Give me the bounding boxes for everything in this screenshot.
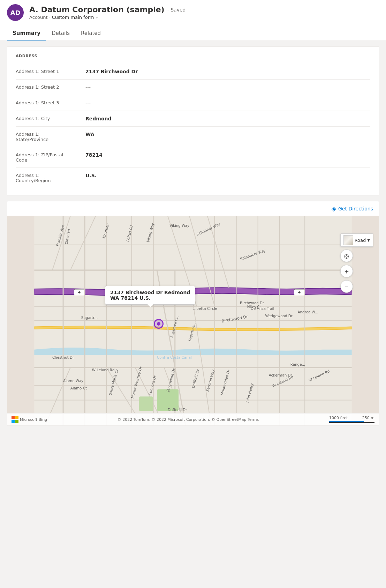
address-label-street1: Address 1: Street 1 — [16, 69, 85, 74]
svg-text:Birchwood Dr: Birchwood Dr — [240, 301, 264, 305]
svg-text:4: 4 — [78, 290, 81, 294]
scale-bar: 1000 feet 250 m — [329, 416, 374, 423]
map-tooltip: 2137 Birchwood Dr Redmond WA 78214 U.S. — [105, 286, 195, 305]
svg-text:Alamo Ct: Alamo Ct — [70, 386, 87, 390]
address-label-city: Address 1: City — [16, 116, 85, 121]
svg-rect-25 — [139, 396, 153, 411]
tab-related[interactable]: Related — [75, 27, 106, 40]
address-value-country: U.S. — [85, 173, 370, 178]
map-type-icon — [343, 235, 353, 245]
zoom-in-button[interactable]: ＋ — [340, 265, 353, 277]
svg-text:Wedgewood Dr: Wedgewood Dr — [265, 314, 293, 318]
scale-1000ft: 1000 feet — [329, 416, 348, 420]
svg-text:De Anza Trail: De Anza Trail — [251, 306, 274, 311]
address-row-street2: Address 1: Street 2 --- — [16, 80, 370, 95]
get-directions-label: Get Directions — [338, 206, 373, 211]
address-label-state: Address 1:State/Province — [16, 132, 85, 142]
map-container[interactable]: 4 4 — [7, 216, 379, 425]
section-title-address: ADDRESS — [16, 54, 370, 58]
road-chevron-icon: ▼ — [367, 238, 370, 242]
locate-icon: ◎ — [344, 253, 349, 259]
address-row-country: Address 1:Country/Region U.S. — [16, 168, 370, 188]
map-type-selector[interactable]: Road ▼ — [340, 233, 373, 247]
header: AD A. Datum Corporation (sample) - Saved… — [0, 0, 386, 41]
directions-icon: ◈ — [331, 205, 336, 212]
zoom-in-icon: ＋ — [343, 267, 350, 276]
tab-details[interactable]: Details — [46, 27, 75, 40]
locate-button[interactable]: ◎ — [340, 250, 353, 262]
tooltip-address-line1: 2137 Birchwood Dr Redmond — [110, 290, 190, 295]
address-row-zip: Address 1: ZIP/PostalCode 78214 — [16, 147, 370, 168]
address-value-state: WA — [85, 132, 370, 137]
svg-text:Alamo Way: Alamo Way — [63, 379, 83, 383]
zoom-out-icon: － — [343, 282, 350, 291]
bing-label: Microsoft Bing — [20, 417, 47, 422]
svg-text:4: 4 — [298, 290, 301, 294]
address-row-state: Address 1:State/Province WA — [16, 127, 370, 147]
address-label-country: Address 1:Country/Region — [16, 173, 85, 183]
svg-rect-64 — [12, 420, 15, 423]
address-value-street3: --- — [85, 100, 370, 106]
address-value-zip: 78214 — [85, 152, 370, 158]
avatar: AD — [7, 4, 24, 21]
get-directions-button[interactable]: ◈ Get Directions — [331, 205, 373, 212]
svg-text:Contra Costa Canal: Contra Costa Canal — [157, 355, 192, 359]
pin-outer — [154, 319, 164, 329]
scale-250m: 250 m — [362, 416, 374, 420]
svg-text:Daffodil Dr: Daffodil Dr — [168, 408, 187, 412]
zoom-out-button[interactable]: － — [340, 280, 353, 293]
road-label: Road — [355, 238, 366, 243]
address-row-street1: Address 1: Street 1 2137 Birchwood Dr — [16, 64, 370, 80]
breadcrumb-form[interactable]: Custom main form ⌄ — [52, 15, 99, 20]
address-row-city: Address 1: City Redmond — [16, 111, 370, 127]
tooltip-address-line2: WA 78214 U.S. — [110, 295, 151, 301]
map-toolbar: ◈ Get Directions — [7, 201, 379, 216]
svg-text:W Leland Rd: W Leland Rd — [92, 368, 115, 372]
saved-status: - Saved — [167, 7, 186, 13]
svg-rect-62 — [12, 416, 15, 419]
svg-rect-63 — [15, 416, 18, 419]
breadcrumb-account[interactable]: Account — [29, 15, 48, 20]
svg-text:Sugartr...: Sugartr... — [81, 315, 98, 320]
pin-inner — [157, 322, 160, 326]
svg-text:Andrea W...: Andrea W... — [298, 310, 318, 314]
address-value-street2: --- — [85, 84, 370, 90]
bing-squares — [12, 416, 18, 423]
scale-line-feet — [329, 421, 364, 422]
map-controls: Road ▼ ◎ ＋ － — [340, 233, 373, 293]
breadcrumb: Account · Custom main form ⌄ — [29, 15, 186, 20]
svg-rect-65 — [15, 420, 18, 423]
scale-lines — [329, 421, 374, 423]
address-label-street2: Address 1: Street 2 — [16, 84, 85, 90]
map-footer: Microsoft Bing © 2022 TomTom, © 2022 Mic… — [7, 413, 379, 425]
address-value-city: Redmond — [85, 116, 370, 121]
svg-text:Viking Way: Viking Way — [169, 223, 189, 228]
main-content: ADDRESS Address 1: Street 1 2137 Birchwo… — [0, 41, 386, 431]
svg-text:...petta Circle: ...petta Circle — [193, 306, 217, 311]
svg-text:Range...: Range... — [290, 362, 305, 366]
bing-logo: Microsoft Bing — [12, 416, 47, 423]
address-value-street1: 2137 Birchwood Dr — [85, 69, 370, 74]
address-label-zip: Address 1: ZIP/PostalCode — [16, 152, 85, 163]
header-info: A. Datum Corporation (sample) - Saved Ac… — [29, 5, 186, 20]
tab-summary[interactable]: Summary — [7, 27, 46, 40]
address-row-street3: Address 1: Street 3 --- — [16, 95, 370, 111]
map-card: ◈ Get Directions 4 4 — [7, 201, 379, 426]
scale-line-meters — [329, 422, 374, 423]
breadcrumb-separator: · — [49, 15, 51, 20]
map-svg: 4 4 — [7, 216, 379, 425]
map-pin — [154, 319, 164, 329]
tab-bar: Summary Details Related — [7, 27, 379, 40]
form-label: Custom main form — [52, 15, 94, 20]
company-name: A. Datum Corporation (sample) — [29, 5, 165, 14]
scale-labels: 1000 feet 250 m — [329, 416, 374, 420]
address-label-street3: Address 1: Street 3 — [16, 100, 85, 105]
chevron-down-icon: ⌄ — [96, 15, 99, 20]
address-card: ADDRESS Address 1: Street 1 2137 Birchwo… — [7, 46, 379, 195]
svg-text:Chestnut Dr: Chestnut Dr — [52, 355, 74, 359]
map-copyright: © 2022 TomTom, © 2022 Microsoft Corporat… — [118, 417, 259, 422]
